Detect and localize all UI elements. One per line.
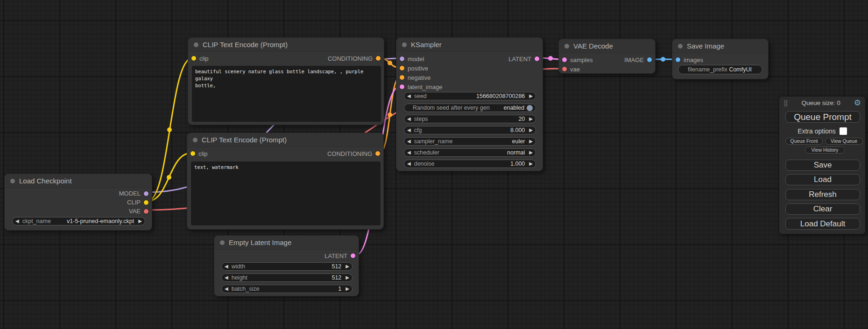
increment-arrow-icon[interactable]: ▶ (346, 275, 349, 280)
decrement-arrow-icon[interactable]: ◀ (407, 94, 411, 98)
node-graph-canvas[interactable]: Load Checkpoint MODEL CLIP VAE ◀ ckpt_na… (0, 0, 868, 329)
negative-prompt-textarea[interactable]: text, watermark (191, 161, 381, 225)
decrement-arrow-icon[interactable]: ◀ (407, 117, 411, 121)
widget-value[interactable]: 20 (518, 116, 525, 122)
increment-arrow-icon[interactable]: ▶ (529, 139, 533, 144)
toggle-knob[interactable] (527, 105, 533, 111)
widget-value[interactable]: ComfyUI (729, 66, 752, 73)
collapse-dot[interactable] (678, 44, 683, 49)
node-title-bar[interactable]: KSampler (396, 38, 543, 52)
input-slot-clip[interactable] (191, 56, 196, 61)
load-default-button[interactable]: Load Default (785, 218, 860, 230)
input-slot-images[interactable] (676, 57, 680, 62)
node-title-bar[interactable]: CLIP Text Encode (Prompt) (188, 38, 384, 52)
increment-arrow-icon[interactable]: ▶ (346, 287, 349, 291)
refresh-button[interactable]: Refresh (785, 189, 860, 200)
widget-steps[interactable]: ◀ steps 20 ▶ (404, 115, 536, 123)
widget-scheduler[interactable]: ◀ scheduler normal ▶ (404, 148, 536, 157)
widget-value[interactable]: 1 (338, 286, 341, 292)
widget-value[interactable]: v1-5-pruned-emaonly.ckpt (67, 218, 134, 224)
extra-options-checkbox[interactable] (840, 127, 847, 135)
positive-prompt-textarea[interactable]: beautiful scenery nature glass bottle la… (192, 66, 381, 122)
link-midpoint-dot[interactable] (388, 112, 392, 117)
decrement-arrow-icon[interactable]: ◀ (225, 264, 228, 269)
decrement-arrow-icon[interactable]: ◀ (225, 287, 228, 291)
drag-handle-icon[interactable]: ⣿ (783, 99, 788, 106)
widget-height[interactable]: ◀ height 512 ▶ (221, 273, 353, 282)
output-slot-vae[interactable] (144, 209, 148, 214)
node-clip-text-encode-negative[interactable]: CLIP Text Encode (Prompt) clip CONDITION… (187, 133, 384, 230)
widget-cfg[interactable]: ◀ cfg 8.000 ▶ (404, 126, 536, 134)
node-load-checkpoint[interactable]: Load Checkpoint MODEL CLIP VAE ◀ ckpt_na… (4, 174, 152, 231)
output-slot-latent[interactable] (535, 56, 539, 61)
node-title-bar[interactable]: Save Image (672, 39, 768, 53)
collapse-dot[interactable] (402, 42, 407, 47)
view-queue-button[interactable]: View Queue (825, 138, 863, 145)
widget-sampler-name[interactable]: ◀ sampler_name euler ▶ (404, 137, 536, 146)
load-button[interactable]: Load (785, 174, 860, 185)
queue-prompt-button[interactable]: Queue Prompt (785, 111, 860, 123)
widget-value[interactable]: 512 (332, 274, 341, 281)
increment-arrow-icon[interactable]: ▶ (138, 219, 142, 224)
increment-arrow-icon[interactable]: ▶ (529, 150, 533, 155)
increment-arrow-icon[interactable]: ▶ (346, 264, 349, 269)
decrement-arrow-icon[interactable]: ◀ (225, 275, 228, 280)
node-title-bar[interactable]: Empty Latent Image (214, 236, 359, 250)
decrement-arrow-icon[interactable]: ◀ (407, 128, 411, 133)
node-save-image[interactable]: Save Image images filename_prefix ComfyU… (672, 39, 769, 79)
increment-arrow-icon[interactable]: ▶ (529, 117, 533, 121)
widget-random-seed-toggle[interactable]: Random seed after every gen enabled (404, 104, 536, 112)
widget-ckpt-name[interactable]: ◀ ckpt_name v1-5-pruned-emaonly.ckpt ▶ (12, 217, 145, 225)
output-slot-image[interactable] (647, 57, 652, 62)
increment-arrow-icon[interactable]: ▶ (529, 128, 533, 133)
decrement-arrow-icon[interactable]: ◀ (15, 219, 19, 224)
input-slot-model[interactable] (400, 56, 404, 61)
widget-value[interactable]: 512 (332, 263, 341, 270)
output-slot-model[interactable] (144, 191, 148, 196)
link-midpoint-dot[interactable] (548, 56, 553, 61)
output-slot-conditioning[interactable] (376, 56, 381, 61)
widget-value[interactable]: 1.000 (510, 161, 525, 167)
output-slot-conditioning[interactable] (375, 151, 380, 156)
widget-filename-prefix[interactable]: filename_prefix ComfyUI (678, 65, 762, 74)
collapse-dot[interactable] (194, 42, 198, 47)
node-vae-decode[interactable]: VAE Decode samples IMAGE vae (558, 39, 656, 74)
collapse-dot[interactable] (220, 240, 225, 245)
collapse-dot[interactable] (10, 179, 15, 183)
view-history-button[interactable]: View History (805, 147, 845, 154)
collapse-dot[interactable] (193, 138, 198, 142)
input-slot-samples[interactable] (562, 57, 567, 62)
input-slot-positive[interactable] (400, 66, 404, 70)
increment-arrow-icon[interactable]: ▶ (529, 94, 533, 98)
node-title-bar[interactable]: Load Checkpoint (5, 174, 152, 188)
widget-seed[interactable]: ◀ seed 156680208700286 ▶ (404, 92, 536, 100)
widget-batch-size[interactable]: ◀ batch_size 1 ▶ (221, 285, 353, 293)
link-midpoint-dot[interactable] (167, 175, 171, 180)
node-ksampler[interactable]: KSampler model LATENT positive negative … (396, 37, 543, 171)
widget-value[interactable]: euler (512, 138, 525, 145)
widget-value[interactable]: 156680208700286 (476, 93, 525, 99)
widget-value[interactable]: 8.000 (510, 127, 525, 133)
node-title-bar[interactable]: VAE Decode (559, 39, 655, 53)
decrement-arrow-icon[interactable]: ◀ (407, 161, 411, 166)
input-slot-negative[interactable] (400, 75, 404, 80)
clear-button[interactable]: Clear (785, 203, 860, 215)
collapse-dot[interactable] (565, 44, 569, 49)
decrement-arrow-icon[interactable]: ◀ (407, 150, 411, 155)
output-slot-latent[interactable] (351, 253, 355, 258)
node-title-bar[interactable]: CLIP Text Encode (Prompt) (187, 133, 383, 147)
input-slot-latent-image[interactable] (400, 84, 404, 89)
save-button[interactable]: Save (785, 160, 860, 171)
node-clip-text-encode-positive[interactable]: CLIP Text Encode (Prompt) clip CONDITION… (188, 37, 384, 125)
settings-gear-icon[interactable]: ⚙ (854, 99, 861, 107)
input-slot-vae[interactable] (562, 67, 567, 71)
widget-value[interactable]: normal (507, 149, 525, 156)
increment-arrow-icon[interactable]: ▶ (529, 161, 533, 166)
input-slot-clip[interactable] (191, 151, 195, 156)
decrement-arrow-icon[interactable]: ◀ (407, 139, 411, 144)
node-empty-latent-image[interactable]: Empty Latent Image LATENT ◀ width 512 ▶ … (214, 235, 359, 296)
link-midpoint-dot[interactable] (661, 57, 665, 62)
widget-denoise[interactable]: ◀ denoise 1.000 ▶ (404, 160, 536, 168)
widget-width[interactable]: ◀ width 512 ▶ (221, 262, 353, 271)
queue-front-button[interactable]: Queue Front (785, 138, 823, 145)
